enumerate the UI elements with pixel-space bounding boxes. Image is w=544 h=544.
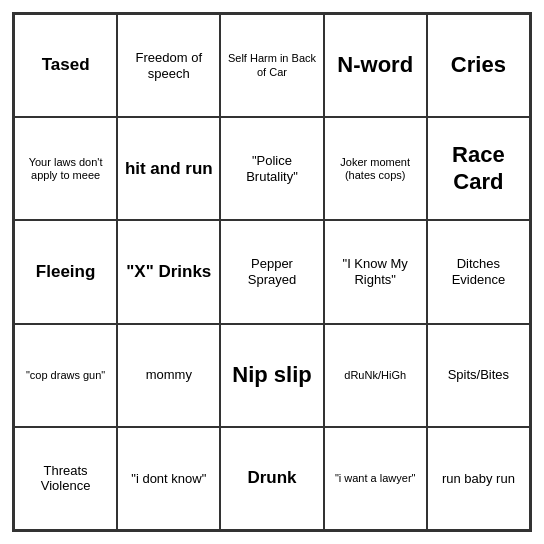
bingo-cell-3: N-word: [324, 14, 427, 117]
bingo-cell-20: Threats Violence: [14, 427, 117, 530]
bingo-cell-8: Joker moment (hates cops): [324, 117, 427, 220]
bingo-cell-2: Self Harm in Back of Car: [220, 14, 323, 117]
bingo-cell-11: "X" Drinks: [117, 220, 220, 323]
bingo-cell-4: Cries: [427, 14, 530, 117]
bingo-cell-13: "I Know My Rights": [324, 220, 427, 323]
bingo-cell-22: Drunk: [220, 427, 323, 530]
bingo-cell-7: "Police Brutality": [220, 117, 323, 220]
bingo-cell-0: Tased: [14, 14, 117, 117]
bingo-cell-6: hit and run: [117, 117, 220, 220]
bingo-cell-14: Ditches Evidence: [427, 220, 530, 323]
bingo-cell-17: Nip slip: [220, 324, 323, 427]
bingo-cell-21: "i dont know": [117, 427, 220, 530]
bingo-cell-24: run baby run: [427, 427, 530, 530]
bingo-cell-19: Spits/Bites: [427, 324, 530, 427]
bingo-board: TasedFreedom of speechSelf Harm in Back …: [12, 12, 532, 532]
bingo-cell-10: Fleeing: [14, 220, 117, 323]
bingo-cell-18: dRuNk/HiGh: [324, 324, 427, 427]
bingo-cell-15: "cop draws gun": [14, 324, 117, 427]
bingo-cell-12: Pepper Sprayed: [220, 220, 323, 323]
bingo-cell-23: "i want a lawyer": [324, 427, 427, 530]
bingo-cell-1: Freedom of speech: [117, 14, 220, 117]
bingo-cell-9: Race Card: [427, 117, 530, 220]
bingo-cell-5: Your laws don't apply to meee: [14, 117, 117, 220]
bingo-cell-16: mommy: [117, 324, 220, 427]
